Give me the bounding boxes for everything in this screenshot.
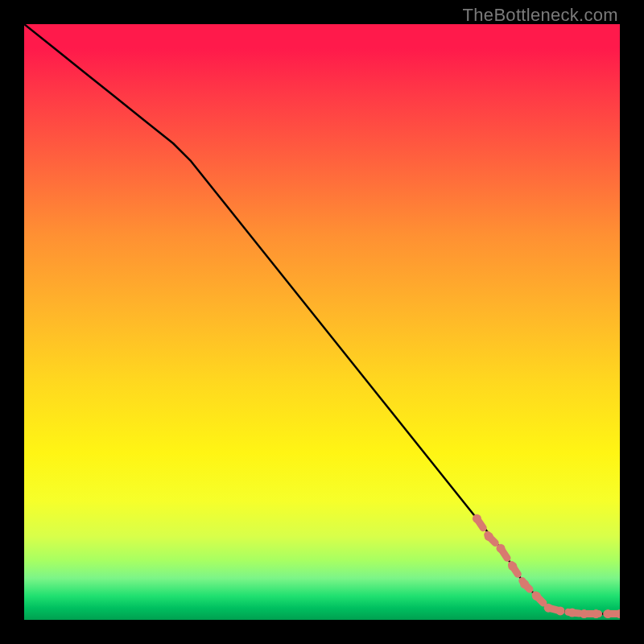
highlighted-point: [473, 514, 481, 523]
watermark-text: TheBottleneck.com: [463, 5, 618, 26]
highlighted-point: [604, 609, 613, 618]
chart-overlay: [24, 24, 620, 620]
highlighted-point: [520, 580, 529, 588]
highlighted-segment: [473, 514, 620, 618]
highlighted-point: [580, 609, 588, 618]
chart-stage: TheBottleneck.com: [0, 0, 644, 644]
highlighted-point: [485, 532, 493, 541]
highlighted-point: [544, 604, 553, 613]
highlighted-point: [508, 562, 517, 571]
highlighted-point: [556, 606, 565, 615]
highlighted-point: [568, 609, 576, 617]
highlighted-point: [592, 609, 601, 618]
bottleneck-curve: [24, 24, 620, 614]
plot-area: [24, 24, 620, 620]
highlighted-segment-line: [477, 518, 620, 613]
highlighted-point: [497, 544, 506, 553]
highlighted-point: [532, 592, 541, 601]
